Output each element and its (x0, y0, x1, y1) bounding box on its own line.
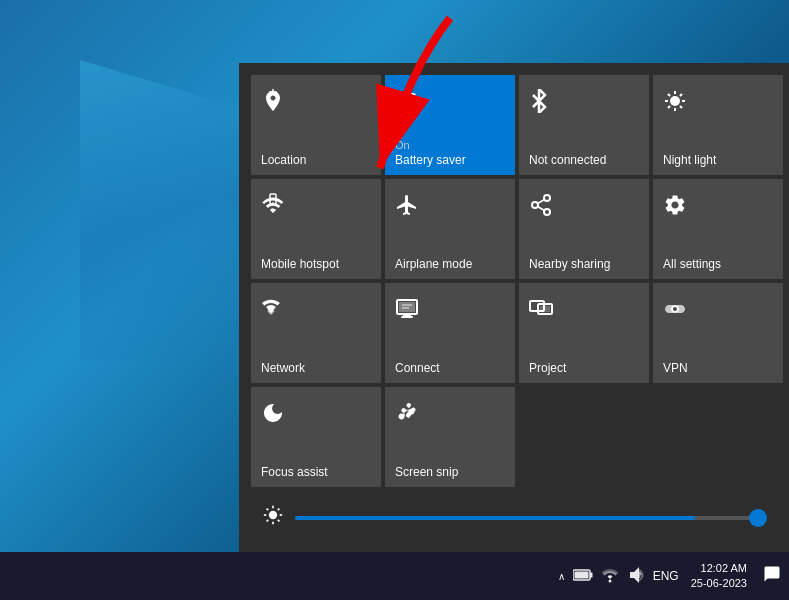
battery-tray-icon[interactable] (573, 568, 593, 585)
tile-empty-1 (519, 387, 649, 487)
mobile-hotspot-icon (261, 193, 285, 223)
tray-time-value: 12:02 AM (691, 561, 747, 576)
location-icon (261, 89, 285, 119)
airplane-icon (395, 193, 419, 223)
svg-rect-42 (590, 572, 593, 577)
project-icon (529, 297, 553, 327)
svg-rect-14 (271, 213, 275, 215)
taskbar-right: ∧ (558, 561, 789, 592)
tray-date-value: 25-06-2023 (691, 576, 747, 591)
svg-line-36 (267, 509, 269, 511)
tile-location[interactable]: Location (251, 75, 381, 175)
battery-saver-icon (395, 89, 419, 115)
tile-focus-label: Focus assist (261, 465, 328, 479)
nearby-sharing-icon (529, 193, 553, 223)
wifi-tray-icon[interactable] (601, 567, 619, 586)
tile-bluetooth-label: Not connected (529, 153, 606, 167)
tile-location-label: Location (261, 153, 306, 167)
tile-battery-label: Battery saver (395, 153, 466, 167)
svg-point-44 (608, 579, 611, 582)
connect-icon (395, 297, 419, 327)
tile-project[interactable]: Project (519, 283, 649, 383)
system-tray: ∧ (558, 567, 679, 586)
tile-bluetooth[interactable]: Not connected (519, 75, 649, 175)
system-tray-expand[interactable]: ∧ (558, 571, 565, 582)
brightness-slider-track[interactable] (295, 516, 765, 520)
focus-assist-icon (261, 401, 285, 431)
tile-airplane-label: Airplane mode (395, 257, 472, 271)
brightness-icon (263, 505, 283, 530)
tile-nearby-label: Nearby sharing (529, 257, 610, 271)
tile-screen-snip[interactable]: Screen snip (385, 387, 515, 487)
taskbar: ∧ (0, 552, 789, 600)
tile-night-light-label: Night light (663, 153, 716, 167)
action-center-panel: Location On Battery saver Not connected (239, 63, 789, 552)
svg-rect-30 (540, 306, 550, 312)
tray-clock[interactable]: 12:02 AM 25-06-2023 (685, 561, 753, 592)
tile-airplane[interactable]: Airplane mode (385, 179, 515, 279)
svg-line-13 (680, 94, 682, 96)
tile-snip-label: Screen snip (395, 465, 458, 479)
tile-all-settings[interactable]: All settings (653, 179, 783, 279)
svg-point-18 (532, 202, 538, 208)
vpn-icon (663, 297, 687, 327)
tile-battery-saver[interactable]: On Battery saver (385, 75, 515, 175)
svg-rect-24 (401, 316, 413, 318)
tile-network[interactable]: Network (251, 283, 381, 383)
brightness-slider-fill (295, 516, 695, 520)
tile-network-label: Network (261, 361, 305, 375)
tile-connect[interactable]: Connect (385, 283, 515, 383)
svg-line-21 (538, 200, 545, 204)
svg-line-12 (668, 106, 670, 108)
tile-vpn-label: VPN (663, 361, 688, 375)
language-indicator[interactable]: ENG (653, 569, 679, 583)
svg-rect-3 (415, 97, 418, 103)
svg-rect-4 (397, 96, 413, 104)
tile-mobile-hotspot[interactable]: Mobile hotspot (251, 179, 381, 279)
svg-line-10 (668, 94, 670, 96)
brightness-slider-thumb[interactable] (749, 509, 767, 527)
svg-line-20 (538, 207, 545, 211)
svg-line-37 (278, 520, 280, 522)
tile-battery-sublabel: On (395, 139, 410, 151)
tile-focus-assist[interactable]: Focus assist (251, 387, 381, 487)
notification-center-button[interactable] (759, 561, 785, 591)
svg-rect-43 (574, 571, 588, 578)
svg-line-39 (278, 509, 280, 511)
tile-night-light[interactable]: Night light (653, 75, 783, 175)
tile-connect-label: Connect (395, 361, 440, 375)
tile-empty-2 (653, 387, 783, 487)
tile-settings-label: All settings (663, 257, 721, 271)
brightness-control (247, 491, 781, 544)
svg-rect-25 (399, 302, 415, 312)
quick-tiles-grid: Location On Battery saver Not connected (247, 71, 781, 491)
svg-point-19 (544, 209, 550, 215)
svg-rect-23 (403, 314, 411, 316)
tile-project-label: Project (529, 361, 566, 375)
tile-vpn[interactable]: VPN (653, 283, 783, 383)
svg-line-38 (267, 520, 269, 522)
screen-snip-icon (395, 401, 419, 431)
network-icon (261, 297, 285, 327)
all-settings-icon (663, 193, 687, 223)
tile-hotspot-label: Mobile hotspot (261, 257, 339, 271)
volume-tray-icon[interactable] (627, 567, 645, 586)
bluetooth-icon (529, 89, 549, 119)
tile-nearby-sharing[interactable]: Nearby sharing (519, 179, 649, 279)
svg-line-11 (680, 106, 682, 108)
night-light-icon (663, 89, 687, 119)
svg-point-5 (670, 96, 680, 106)
svg-point-17 (544, 195, 550, 201)
svg-point-31 (269, 511, 277, 519)
